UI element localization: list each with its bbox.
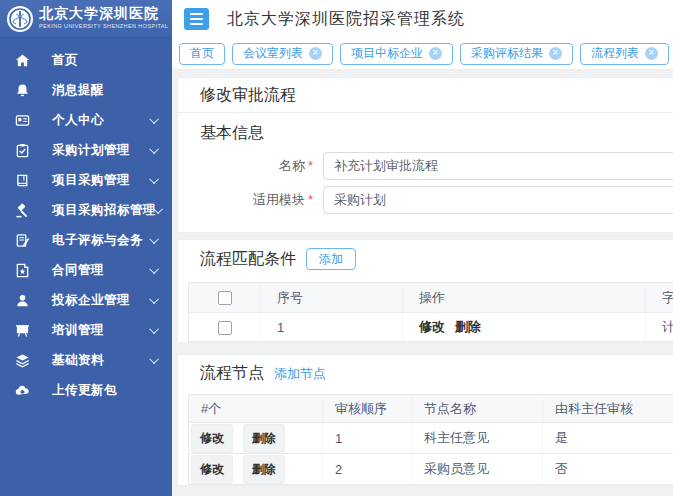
edit-link[interactable]: 修改 [419, 319, 445, 334]
edit-button[interactable]: 修改 [191, 424, 233, 453]
section-match-conditions: 流程匹配条件 [200, 249, 296, 270]
section-flow-nodes: 流程节点 [200, 363, 264, 384]
module-field-label: 适用模块* [178, 191, 323, 209]
close-icon[interactable]: × [309, 47, 322, 60]
hospital-logo: 北京大学深圳医院 PEKING UNIVERSITY SHENZHEN HOSP… [0, 0, 172, 38]
table-row: 修改 删除 2 采购员意见 否 [189, 454, 673, 485]
sidebar-item-label: 上传更新包 [52, 382, 159, 399]
sidebar-item-bidding-management[interactable]: 项目采购招标管理 [0, 195, 172, 225]
basic-info-card: 修改审批流程 基本信息 名称* 适用模块* [178, 78, 673, 232]
sidebar: 北京大学深圳医院 PEKING UNIVERSITY SHENZHEN HOSP… [0, 0, 172, 496]
cloud-upload-icon [14, 382, 30, 398]
sidebar-item-project-purchase[interactable]: 项目采购管理 [0, 165, 172, 195]
order-cell: 1 [323, 423, 412, 454]
sidebar-item-label: 项目采购招标管理 [52, 202, 156, 219]
actions-cell: 修改 删除 [189, 454, 323, 485]
select-all-checkbox[interactable] [218, 291, 232, 305]
sidebar-item-label: 培训管理 [52, 322, 152, 339]
id-card-icon [14, 112, 30, 128]
section-basic-info: 基本信息 [178, 113, 673, 152]
sidebar-item-contract-management[interactable]: 合同管理 [0, 255, 172, 285]
row-checkbox[interactable] [218, 321, 232, 335]
add-condition-button[interactable]: 添加 [306, 248, 356, 270]
close-icon[interactable]: × [549, 47, 562, 60]
sidebar-item-training-management[interactable]: 培训管理 [0, 315, 172, 345]
page-title-row: 修改审批流程 [178, 78, 673, 113]
cutoff-cell: 计 [646, 313, 673, 342]
sidebar-item-bidder-companies[interactable]: 投标企业管理 [0, 285, 172, 315]
page-content: 修改审批流程 基本信息 名称* 适用模块* [172, 70, 673, 496]
topbar: 北京大学深圳医院招采管理系统 [172, 0, 673, 38]
tab-process-list[interactable]: 流程列表 × [580, 43, 669, 65]
tab-label: 采购评标结果 [471, 45, 543, 62]
column-header-seq: 序号 [261, 283, 403, 313]
hospital-emblem-icon [6, 5, 34, 33]
seq-cell: 1 [261, 313, 403, 342]
dept-review-cell: 是 [543, 423, 673, 454]
gavel-icon [14, 202, 30, 218]
layers-icon [14, 352, 30, 368]
sidebar-item-messages[interactable]: 消息提醒 [0, 75, 172, 105]
tab-evaluation-results[interactable]: 采购评标结果 × [460, 43, 573, 65]
tab-winning-companies[interactable]: 项目中标企业 × [340, 43, 453, 65]
close-icon[interactable]: × [429, 47, 442, 60]
sidebar-item-home[interactable]: 首页 [0, 45, 172, 75]
sidebar-item-purchase-plan[interactable]: 采购计划管理 [0, 135, 172, 165]
presentation-board-icon [14, 322, 30, 338]
name-input[interactable] [323, 152, 673, 180]
contract-star-icon [14, 262, 30, 278]
sidebar-item-upload-update[interactable]: 上传更新包 [0, 375, 172, 405]
sidebar-menu: 首页 消息提醒 个人中心 采购计划管理 [0, 38, 172, 405]
delete-link[interactable]: 删除 [455, 319, 481, 334]
module-input[interactable] [323, 186, 673, 214]
bell-icon [14, 82, 30, 98]
column-header-operation: 操作 [403, 283, 646, 313]
book-icon [14, 172, 30, 188]
add-node-link[interactable]: 添加节点 [274, 365, 326, 383]
column-header-order: 审核顺序 [323, 395, 412, 423]
column-header-node-name: 节点名称 [412, 395, 543, 423]
sidebar-item-label: 投标企业管理 [52, 292, 152, 309]
sidebar-item-label: 基础资料 [52, 352, 152, 369]
required-asterisk: * [308, 158, 313, 173]
clipboard-check-icon [14, 142, 30, 158]
main-area: 北京大学深圳医院招采管理系统 首页 会议室列表 × 项目中标企业 × 采购评标结… [172, 0, 673, 496]
name-field-row: 名称* [178, 152, 673, 180]
tab-label: 会议室列表 [243, 45, 303, 62]
sidebar-item-basic-data[interactable]: 基础资料 [0, 345, 172, 375]
row-select-cell [189, 313, 261, 342]
tabbar: 首页 会议室列表 × 项目中标企业 × 采购评标结果 × 流程列表 × 流程 × [172, 38, 673, 70]
column-header-dept-review: 由科主任审核 [543, 395, 673, 423]
edit-button[interactable]: 修改 [191, 455, 233, 484]
flow-nodes-table: #个 审核顺序 节点名称 由科主任审核 修改 删除 1 [188, 394, 673, 485]
tab-home[interactable]: 首页 [179, 43, 225, 65]
delete-button[interactable]: 删除 [243, 455, 285, 484]
sidebar-item-label: 电子评标与会务 [52, 232, 152, 249]
sidebar-item-label: 个人中心 [52, 112, 152, 129]
sidebar-item-label: 合同管理 [52, 262, 152, 279]
tab-meeting-room-list[interactable]: 会议室列表 × [232, 43, 333, 65]
order-cell: 2 [323, 454, 412, 485]
app-window: 北京大学深圳医院 PEKING UNIVERSITY SHENZHEN HOSP… [0, 0, 673, 496]
sidebar-item-e-evaluation[interactable]: 电子评标与会务 [0, 225, 172, 255]
home-icon [14, 52, 30, 68]
name-field-label: 名称* [178, 157, 323, 175]
match-conditions-table: 序号 操作 字 1 修改 删除 [188, 282, 673, 342]
sidebar-item-label: 采购计划管理 [52, 142, 152, 159]
menu-toggle-button[interactable] [184, 8, 209, 30]
dept-review-cell: 否 [543, 454, 673, 485]
required-asterisk: * [308, 192, 313, 207]
module-field-row: 适用模块* [178, 186, 673, 214]
tab-label: 项目中标企业 [351, 45, 423, 62]
document-edit-icon [14, 232, 30, 248]
select-all-header [189, 283, 261, 313]
sidebar-item-label: 消息提醒 [52, 82, 159, 99]
match-conditions-card: 流程匹配条件 添加 序号 操作 字 [178, 240, 673, 342]
app-title: 北京大学深圳医院招采管理系统 [227, 9, 465, 30]
sidebar-item-personal-center[interactable]: 个人中心 [0, 105, 172, 135]
close-icon[interactable]: × [645, 47, 658, 60]
sidebar-item-label: 首页 [52, 52, 159, 69]
tab-label: 首页 [190, 45, 214, 62]
table-row: 1 修改 删除 计 [189, 313, 673, 342]
delete-button[interactable]: 删除 [243, 424, 285, 453]
